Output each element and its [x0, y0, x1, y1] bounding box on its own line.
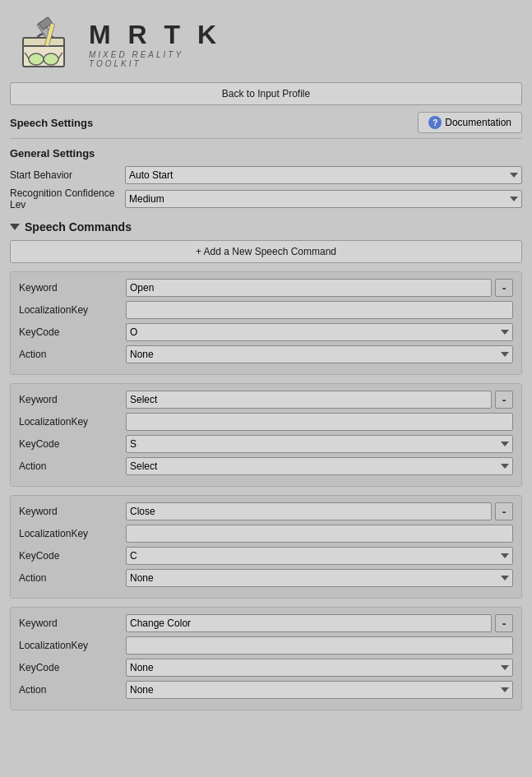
action-select-0[interactable]: None Select — [126, 345, 513, 363]
general-settings-section: General Settings Start Behavior Auto Sta… — [10, 147, 522, 210]
keyword-row-2: Keyword - — [19, 502, 513, 520]
keyword-label-0: Keyword — [19, 282, 126, 294]
keyword-row-0: Keyword - — [19, 279, 513, 297]
keycode-label-0: KeyCode — [19, 326, 126, 338]
remove-command-button-2[interactable]: - — [495, 502, 513, 520]
main-content: Back to Input Profile Speech Settings ? … — [0, 82, 532, 735]
keyword-row-3: Keyword - — [19, 614, 513, 632]
keycode-row-1: KeyCode S None — [19, 435, 513, 453]
localization-label-0: LocalizationKey — [19, 304, 126, 316]
action-row-1: Action None Select — [19, 457, 513, 475]
logo-subtitle-line2: TOOLKIT — [89, 59, 221, 68]
start-behavior-label: Start Behavior — [10, 169, 125, 181]
logo-text-block: M R T K MIXED REALITY TOOLKIT — [89, 20, 221, 68]
keyword-input-wrap-0: - — [126, 279, 513, 297]
localization-row-2: LocalizationKey — [19, 525, 513, 543]
action-label-1: Action — [19, 460, 126, 472]
start-behavior-select[interactable]: Auto Start Manual Start — [125, 166, 522, 184]
logo-subtitle-line1: MIXED REALITY — [89, 50, 221, 59]
keyword-label-1: Keyword — [19, 394, 126, 405]
remove-command-button-1[interactable]: - — [495, 391, 513, 409]
command-card-3: Keyword - LocalizationKey KeyCode None C… — [10, 607, 522, 710]
speech-commands-header: Speech Commands — [10, 220, 522, 234]
keyword-input-1[interactable] — [126, 391, 492, 409]
localization-row-1: LocalizationKey — [19, 413, 513, 431]
keycode-select-2[interactable]: C None — [126, 547, 513, 565]
documentation-icon: ? — [428, 116, 442, 129]
keycode-row-3: KeyCode None C O S — [19, 659, 513, 677]
svg-rect-1 — [23, 38, 64, 46]
keycode-select-0[interactable]: O None — [126, 323, 513, 341]
command-card-0: Keyword - LocalizationKey KeyCode O None… — [10, 271, 522, 375]
keyword-input-0[interactable] — [126, 279, 492, 297]
recognition-confidence-row: Recognition Confidence Lev Low Medium Hi… — [10, 187, 522, 210]
keyword-label-3: Keyword — [19, 617, 126, 629]
keycode-label-2: KeyCode — [19, 550, 126, 562]
action-select-3[interactable]: None Select — [126, 681, 513, 699]
svg-point-6 — [44, 53, 58, 65]
keyword-input-3[interactable] — [126, 614, 492, 632]
localization-label-1: LocalizationKey — [19, 416, 126, 428]
logo-title: M R T K — [89, 20, 221, 50]
keyword-input-2[interactable] — [126, 502, 492, 520]
keycode-select-3[interactable]: None C O S — [126, 659, 513, 677]
action-row-2: Action None Select — [19, 569, 513, 587]
speech-commands-section: Speech Commands + Add a New Speech Comma… — [10, 220, 522, 710]
start-behavior-row: Start Behavior Auto Start Manual Start — [10, 166, 522, 184]
localization-label-2: LocalizationKey — [19, 528, 126, 539]
localization-row-0: LocalizationKey — [19, 301, 513, 319]
action-select-2[interactable]: None Select — [126, 569, 513, 587]
keycode-row-2: KeyCode C None — [19, 547, 513, 565]
command-card-1: Keyword - LocalizationKey KeyCode S None… — [10, 383, 522, 487]
keyword-input-wrap-1: - — [126, 391, 513, 409]
recognition-confidence-label: Recognition Confidence Lev — [10, 187, 125, 210]
documentation-label: Documentation — [445, 117, 511, 128]
localization-input-3[interactable] — [126, 636, 513, 654]
app-header: M R T K MIXED REALITY TOOLKIT — [0, 0, 532, 82]
localization-input-0[interactable] — [126, 301, 513, 319]
keyword-input-wrap-3: - — [126, 614, 513, 632]
keycode-label-3: KeyCode — [19, 662, 126, 673]
keycode-select-1[interactable]: S None — [126, 435, 513, 453]
action-label-3: Action — [19, 684, 126, 696]
keyword-row-1: Keyword - — [19, 391, 513, 409]
title-row: Speech Settings ? Documentation — [10, 112, 522, 133]
remove-command-button-3[interactable]: - — [495, 614, 513, 632]
command-card-2: Keyword - LocalizationKey KeyCode C None… — [10, 495, 522, 599]
action-label-2: Action — [19, 572, 126, 584]
action-row-0: Action None Select — [19, 345, 513, 363]
remove-command-button-0[interactable]: - — [495, 279, 513, 297]
add-speech-command-button[interactable]: + Add a New Speech Command — [10, 240, 522, 263]
keyword-input-wrap-2: - — [126, 502, 513, 520]
page-title: Speech Settings — [10, 117, 93, 129]
localization-row-3: LocalizationKey — [19, 636, 513, 654]
general-settings-title: General Settings — [10, 147, 522, 160]
localization-input-2[interactable] — [126, 525, 513, 543]
svg-point-5 — [29, 53, 44, 65]
action-label-0: Action — [19, 349, 126, 360]
keycode-label-1: KeyCode — [19, 438, 126, 450]
svg-rect-0 — [23, 44, 64, 67]
mrtk-logo-icon — [16, 15, 74, 72]
keycode-row-0: KeyCode O None — [19, 323, 513, 341]
documentation-button[interactable]: ? Documentation — [418, 112, 522, 133]
title-divider — [10, 138, 522, 139]
localization-input-1[interactable] — [126, 413, 513, 431]
keyword-label-2: Keyword — [19, 506, 126, 517]
action-select-1[interactable]: None Select — [126, 457, 513, 475]
recognition-confidence-select[interactable]: Low Medium High — [125, 190, 522, 208]
back-to-input-profile-button[interactable]: Back to Input Profile — [10, 82, 522, 105]
action-row-3: Action None Select — [19, 681, 513, 699]
expand-collapse-triangle[interactable] — [10, 224, 20, 230]
localization-label-3: LocalizationKey — [19, 640, 126, 651]
speech-commands-title: Speech Commands — [25, 220, 132, 234]
